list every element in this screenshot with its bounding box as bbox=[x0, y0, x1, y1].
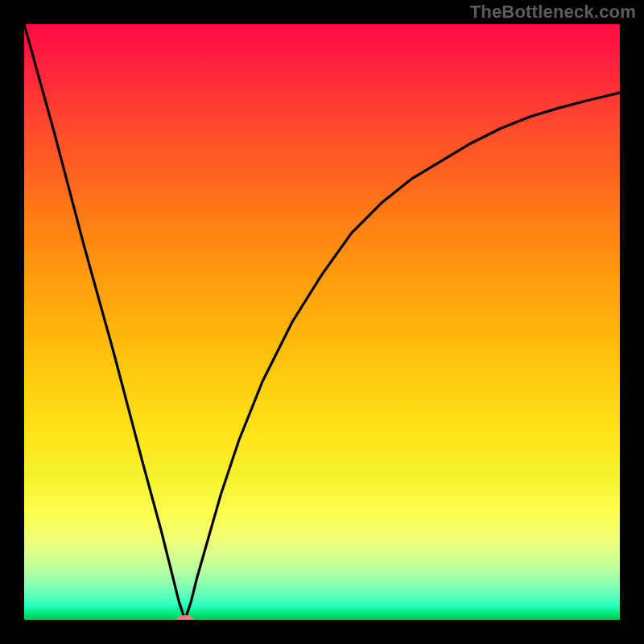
chart-frame: TheBottleneck.com bbox=[0, 0, 644, 644]
bottleneck-curve bbox=[24, 24, 620, 620]
watermark-label: TheBottleneck.com bbox=[470, 2, 636, 23]
minimum-marker bbox=[176, 615, 194, 620]
plot-area bbox=[24, 24, 620, 620]
